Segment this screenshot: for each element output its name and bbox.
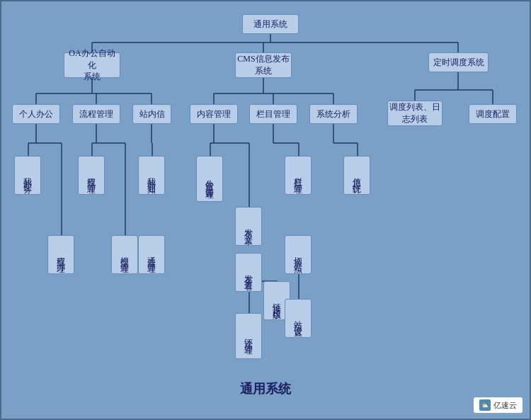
node-scheduler: 定时调度系统: [428, 52, 489, 72]
node-flow-mgr: 流程管理: [72, 104, 120, 124]
node-publish-check: 发布 查看: [235, 253, 262, 292]
watermark-badge: ⛅ 亿速云: [474, 397, 523, 413]
node-cms: CMS信息发布 系统: [235, 52, 292, 78]
node-oa: OA办公自动化 系统: [64, 52, 120, 78]
node-my-task: 我的 任务: [14, 156, 41, 195]
node-info-stat: 信息 统计: [343, 156, 370, 195]
node-sched-list: 调度列表、日 志列表: [387, 101, 442, 126]
node-flow-handle: 流程 办理: [47, 235, 74, 274]
node-personal: 个人办公: [12, 104, 60, 124]
node-public-msg: 公告留 言管理: [196, 156, 223, 202]
node-bulletin-mgr: 通告 管理: [138, 235, 165, 274]
node-column-mgr: 栏目管理: [249, 104, 297, 124]
node-publish-article: 发布 文章: [235, 207, 262, 246]
node-flow-process: 流程 管理: [78, 156, 105, 195]
main-container: 通用系统 OA办公自动化 系统 CMS信息发布 系统 定时调度系统 个人办公 流…: [0, 0, 531, 420]
node-sys-analysis: 系统分析: [309, 104, 358, 124]
node-content-mgr: 内容管理: [190, 104, 238, 124]
node-my-notify: 我的 通知: [138, 156, 165, 195]
footer-title: 通用系统: [240, 380, 291, 397]
node-sched-config: 调度配置: [469, 104, 517, 124]
watermark-icon: ⛅: [479, 399, 491, 411]
node-column-manage: 栏目 管理: [285, 156, 312, 195]
node-site-settings: 站点 设置: [285, 299, 312, 338]
node-comment-mgr: 评论 管理: [235, 313, 262, 359]
node-template-mgr: 模型 管理: [111, 235, 138, 274]
watermark-text: 亿速云: [493, 400, 517, 411]
node-root: 通用系统: [242, 14, 299, 34]
node-inmail: 站内信: [132, 104, 171, 124]
node-switch-site: 切换 站点: [285, 235, 312, 274]
